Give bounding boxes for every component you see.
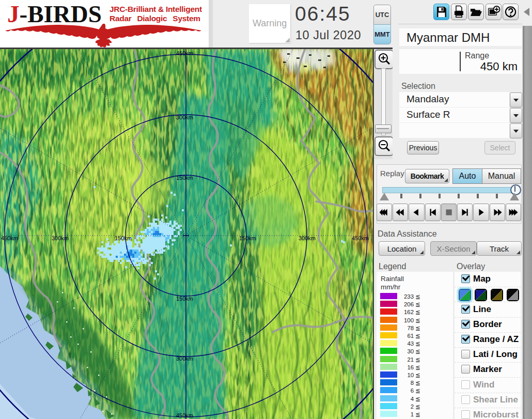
svg-text:300km: 300km [299,235,316,241]
svg-text:300km: 300km [176,355,193,362]
svg-text:450km: 450km [1,235,18,241]
svg-text:450km: 450km [176,50,193,56]
svg-text:450km: 450km [176,412,193,418]
svg-text:300km: 300km [176,114,193,120]
svg-text:150km: 150km [176,296,193,302]
svg-text:150km: 150km [176,175,193,181]
svg-text:150km: 150km [239,235,256,241]
svg-text:300km: 300km [52,235,69,241]
svg-text:150km: 150km [115,235,132,241]
svg-text:450km: 450km [352,235,369,241]
